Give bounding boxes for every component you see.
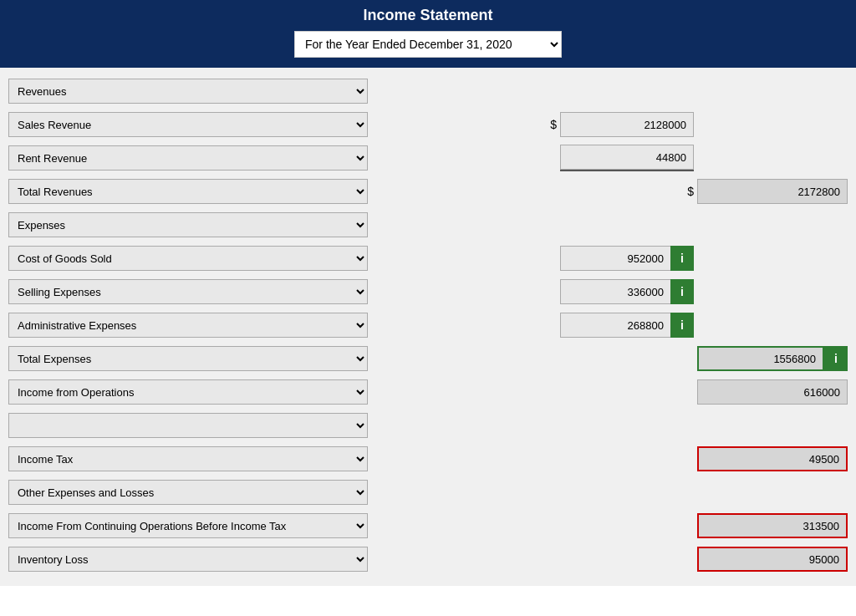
income-statement-content: Revenues Sales Revenue $ Rent Revenue (0, 68, 856, 586)
cogs-row: Cost of Goods Sold i (0, 243, 856, 273)
total-expenses-select[interactable]: Total Expenses (8, 346, 368, 371)
expenses-section-row: Expenses (0, 210, 856, 240)
sales-revenue-label-col: Sales Revenue (8, 112, 368, 137)
total-revenues-select[interactable]: Total Revenues (8, 179, 368, 204)
income-continuing-input[interactable] (697, 513, 848, 538)
admin-expenses-row: Administrative Expenses i (0, 310, 856, 340)
admin-expenses-select[interactable]: Administrative Expenses (8, 313, 368, 338)
selling-expenses-label-col: Selling Expenses (8, 279, 368, 304)
income-continuing-select[interactable]: Income From Continuing Operations Before… (8, 513, 368, 538)
total-revenues-label-col: Total Revenues (8, 179, 368, 204)
rent-revenue-input[interactable] (560, 145, 694, 170)
selling-expenses-input[interactable] (560, 279, 670, 304)
total-expenses-label-col: Total Expenses (8, 346, 368, 371)
rent-revenue-label-col: Rent Revenue (8, 145, 368, 171)
cogs-amount-col: i (560, 246, 694, 271)
sales-revenue-row: Sales Revenue $ (0, 109, 856, 140)
income-operations-amount-col (697, 379, 848, 405)
sales-dollar-sign: $ (535, 118, 560, 131)
sales-revenue-select[interactable]: Sales Revenue (8, 112, 368, 137)
total-expenses-input-group: i (697, 346, 848, 371)
other-expenses-select[interactable]: Other Expenses and Losses (8, 480, 368, 505)
cogs-label-col: Cost of Goods Sold (8, 246, 368, 271)
blank-label-col (8, 413, 368, 438)
sales-revenue-amount-col (560, 112, 694, 137)
blank-section-row (0, 410, 856, 440)
income-continuing-label-col: Income From Continuing Operations Before… (8, 513, 368, 538)
total-expenses-info-button[interactable]: i (824, 346, 848, 371)
inventory-loss-amount-col (697, 547, 848, 572)
income-tax-amount-col (697, 446, 848, 471)
cogs-select[interactable]: Cost of Goods Sold (8, 246, 368, 271)
selling-expenses-select[interactable]: Selling Expenses (8, 279, 368, 304)
selling-info-button[interactable]: i (670, 279, 694, 304)
total-expenses-input[interactable] (697, 346, 824, 371)
income-operations-input[interactable] (697, 379, 848, 405)
expenses-label-col: Expenses (8, 212, 368, 237)
admin-expenses-label-col: Administrative Expenses (8, 313, 368, 338)
admin-expenses-amount-col: i (560, 313, 694, 338)
income-continuing-amount-col (697, 513, 848, 538)
other-expenses-label-col: Other Expenses and Losses (8, 480, 368, 505)
admin-expenses-input[interactable] (560, 313, 670, 338)
income-continuing-row: Income From Continuing Operations Before… (0, 511, 856, 541)
expenses-select[interactable]: Expenses (8, 212, 368, 237)
income-operations-label-col: Income from Operations (8, 379, 368, 405)
page-header: Income Statement For the Year Ended Dece… (0, 0, 856, 68)
cogs-info-button[interactable]: i (670, 246, 694, 271)
admin-info-button[interactable]: i (670, 313, 694, 338)
rent-revenue-select[interactable]: Rent Revenue (8, 145, 368, 171)
rent-revenue-amount-col (560, 145, 694, 171)
income-tax-label-col: Income Tax (8, 446, 368, 471)
period-select[interactable]: For the Year Ended December 31, 2020For … (294, 31, 562, 58)
blank-select[interactable] (8, 413, 368, 438)
inventory-loss-label-col: Inventory Loss (8, 547, 368, 572)
admin-input-group: i (560, 313, 694, 338)
total-revenues-row: Total Revenues $ (0, 176, 856, 206)
income-tax-input[interactable] (697, 446, 848, 471)
inventory-loss-input[interactable] (697, 547, 848, 572)
selling-expenses-row: Selling Expenses i (0, 277, 856, 307)
total-expenses-row: Total Expenses i (0, 344, 856, 374)
total-revenues-dollar: $ (672, 185, 697, 198)
income-tax-row: Income Tax (0, 444, 856, 474)
total-revenues-amount-col (697, 179, 848, 204)
inventory-loss-select[interactable]: Inventory Loss (8, 547, 368, 572)
sales-revenue-input[interactable] (560, 112, 694, 137)
revenues-label-col: Revenues (8, 79, 368, 104)
selling-input-group: i (560, 279, 694, 304)
income-tax-select[interactable]: Income Tax (8, 446, 368, 471)
inventory-loss-row: Inventory Loss (0, 544, 856, 574)
cogs-input[interactable] (560, 246, 670, 271)
rent-revenue-row: Rent Revenue (0, 143, 856, 173)
revenues-section-row: Revenues (0, 76, 856, 106)
revenues-select[interactable]: Revenues (8, 79, 368, 104)
income-operations-select[interactable]: Income from Operations (8, 379, 368, 405)
selling-expenses-amount-col: i (560, 279, 694, 304)
income-operations-row: Income from Operations (0, 377, 856, 407)
total-revenues-input[interactable] (697, 179, 848, 204)
cogs-input-group: i (560, 246, 694, 271)
other-expenses-row: Other Expenses and Losses (0, 477, 856, 507)
total-expenses-amount-col: i (697, 346, 848, 371)
page-title: Income Statement (10, 7, 846, 24)
